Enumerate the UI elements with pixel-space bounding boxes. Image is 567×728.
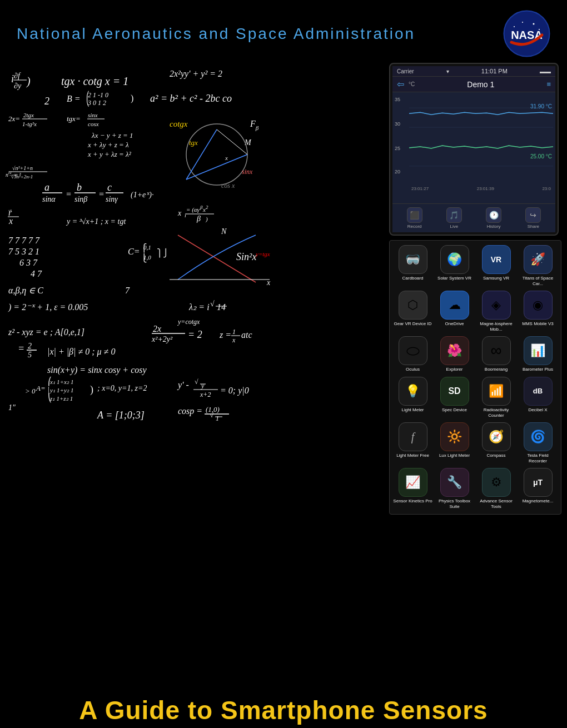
y-label-30: 30 [395, 121, 400, 127]
app-boomerang[interactable]: ∞ Boomerang [476, 336, 516, 372]
cardboard-label: Cardboard [402, 276, 424, 281]
svg-text:x₁  1+x₂  1: x₁ 1+x₂ 1 [49, 378, 74, 385]
samsung-vr-label: Samsung VR [483, 276, 509, 281]
wifi-icon: ▾ [446, 68, 449, 74]
light-meter-free-label: Light Meter Free [396, 453, 429, 458]
svg-text:z₁  1+z₂  1: z₁ 1+z₂ 1 [49, 395, 73, 402]
svg-text:atc: atc [241, 330, 252, 340]
svg-text:∂f: ∂f [14, 72, 21, 80]
svg-text:2: 2 [44, 96, 49, 107]
live-button[interactable]: 🎵 Live [446, 207, 462, 229]
svg-point-1 [514, 26, 515, 27]
time-labels: 23:01:27 23:01:39 23:0 [409, 185, 553, 192]
share-button[interactable]: ↪ Share [525, 207, 541, 229]
radioactivity-icon: 📶 [482, 377, 511, 406]
svg-text:sinβ: sinβ [74, 195, 87, 203]
radioactivity-label: Radioactivity Counter [476, 407, 516, 418]
barometer-label: Barometer Plus [523, 367, 553, 372]
physics-toolbox-icon: 🔧 [440, 468, 469, 497]
svg-text:= 0; y|0: = 0; y|0 [220, 386, 249, 396]
phone-bottom-bar: ⬛ Record 🎵 Live 🕐 History ↪ Share [392, 203, 555, 232]
app-physics-toolbox[interactable]: 🔧 Physics Toolbox Suite [435, 468, 474, 509]
chart-svg [409, 97, 553, 183]
svg-line-38 [186, 129, 217, 179]
svg-text:a: a [44, 182, 49, 193]
app-light-meter-free[interactable]: f Light Meter Free [393, 422, 432, 463]
svg-text:|: | [48, 386, 49, 394]
svg-text:a² = b² + c² - 2bc co: a² = b² + c² - 2bc co [150, 93, 232, 104]
app-compass[interactable]: 🧭 Compass [476, 422, 516, 463]
app-titans[interactable]: 🚀 Titans of Space Car... [518, 245, 558, 286]
svg-text:λx − y + z = 1: λx − y + z = 1 [91, 131, 133, 139]
app-tesla[interactable]: 🌀 Tesla Field Recorder [518, 422, 558, 463]
svg-text:): ) [90, 384, 93, 396]
app-mms[interactable]: ◉ MMS Mobile V3 [518, 291, 558, 332]
settings-icon[interactable]: ≡ [546, 80, 551, 88]
app-magnetometer[interactable]: μT Magnetomete... [518, 468, 558, 509]
svg-text:6  3  7: 6 3 7 [19, 258, 38, 267]
history-button[interactable]: 🕐 History [486, 207, 501, 229]
sensor-kinetics-icon: 📈 [399, 468, 427, 497]
app-samsung-vr[interactable]: VR Samsung VR [476, 245, 516, 286]
record-button[interactable]: ⬛ Record [407, 207, 422, 229]
svg-text:cos x: cos x [221, 182, 235, 190]
time-label-3: 23:0 [542, 186, 551, 191]
svg-text:7: 7 [125, 286, 130, 295]
app-decibel[interactable]: dB Decibel X [518, 377, 558, 418]
magnetometer-label: Magnetomete... [523, 498, 554, 504]
decibel-label: Decibel X [528, 407, 547, 413]
y-label-35: 35 [395, 97, 400, 102]
svg-text:x + λy + z = λ: x + λy + z = λ [87, 141, 129, 149]
advance-sensor-icon: ⚙ [482, 468, 511, 497]
app-onedrive[interactable]: ☁ OneDrive [435, 291, 474, 332]
svg-text:= (αγ: = (αγ [186, 206, 200, 213]
history-label: History [487, 224, 501, 229]
app-advance-sensor[interactable]: ⚙ Advance Sensor Tools [476, 468, 516, 509]
svg-text:i: i [185, 212, 186, 218]
app-radioactivity[interactable]: 📶 Radioactivity Counter [476, 377, 516, 418]
app-solar-system[interactable]: 🌍 Solar System VR [435, 245, 474, 286]
physics-toolbox-label: Physics Toolbox Suite [435, 498, 474, 509]
app-gear-vr[interactable]: ⬡ Gear VR Device ID [393, 291, 432, 332]
sensor-kinetics-label: Sensor Kinetics Pro [393, 498, 432, 504]
svg-text:0,1: 0,1 [143, 244, 151, 251]
time-label-2: 23:01:39 [477, 186, 494, 191]
svg-text:C=: C= [128, 247, 140, 256]
svg-line-39 [217, 129, 247, 154]
svg-text:|x| + |β| ≠ 0 ;  μ ≠ 0: |x| + |β| ≠ 0 ; μ ≠ 0 [47, 347, 115, 357]
svg-text:√: √ [210, 300, 215, 308]
bottom-title-text: A Guide to Smartphone Sensors [79, 696, 488, 725]
app-oculus[interactable]: ⬭ Oculus [393, 336, 432, 372]
phone-navigation: ⇦ °C Demo 1 ≡ [392, 77, 555, 92]
app-explorer[interactable]: 🌺 Explorer [435, 336, 474, 372]
light-meter-label: Light Meter [401, 407, 424, 413]
time-display: 11:01 PM [481, 68, 508, 74]
svg-text:λ₂ = i: λ₂ = i [188, 302, 210, 312]
back-button[interactable]: ⇦ [397, 79, 404, 89]
bottom-title-section: A Guide to Smartphone Sensors [0, 685, 567, 728]
svg-text:x: x [266, 278, 271, 287]
barometer-icon: 📊 [524, 336, 553, 365]
app-light-meter[interactable]: 💡 Light Meter [393, 377, 432, 418]
svg-text:x + y + λz = λ²: x + y + λz = λ² [87, 150, 132, 158]
solar-system-icon: 🌍 [440, 245, 469, 274]
share-icon: ↪ [525, 207, 541, 223]
cardboard-icon: 🥽 [399, 245, 427, 274]
app-spec-device[interactable]: SD Spec Device [435, 377, 474, 418]
phone-chart: 35 30 25 20 31.90 °C 25.00 °C [392, 92, 555, 203]
svg-text:∂y: ∂y [14, 82, 22, 90]
green-value: 25.00 °C [530, 153, 552, 159]
svg-text:B =: B = [67, 94, 81, 103]
app-cardboard[interactable]: 🥽 Cardboard [393, 245, 432, 286]
svg-text:) = 2⁻ˣ + 1, ε = 0.005: ) = 2⁻ˣ + 1, ε = 0.005 [8, 302, 88, 312]
header: National Aeronautics and Space Administr… [0, 0, 567, 63]
svg-text:(1+eˣ)·: (1+eˣ)· [131, 191, 153, 200]
app-sensor-kinetics[interactable]: 📈 Sensor Kinetics Pro [393, 468, 432, 509]
app-magnetosphere[interactable]: ◈ Magne-tosphere Mob... [476, 291, 516, 332]
carrier-label: Carrier [397, 68, 414, 74]
spec-device-icon: SD [440, 377, 469, 406]
app-lux-light[interactable]: 🔆 Lux Light Meter [435, 422, 474, 463]
app-barometer[interactable]: 📊 Barometer Plus [518, 336, 558, 372]
app-grid: 🥽 Cardboard 🌍 Solar System VR VR Samsung… [393, 245, 558, 510]
decibel-icon: dB [524, 377, 553, 406]
